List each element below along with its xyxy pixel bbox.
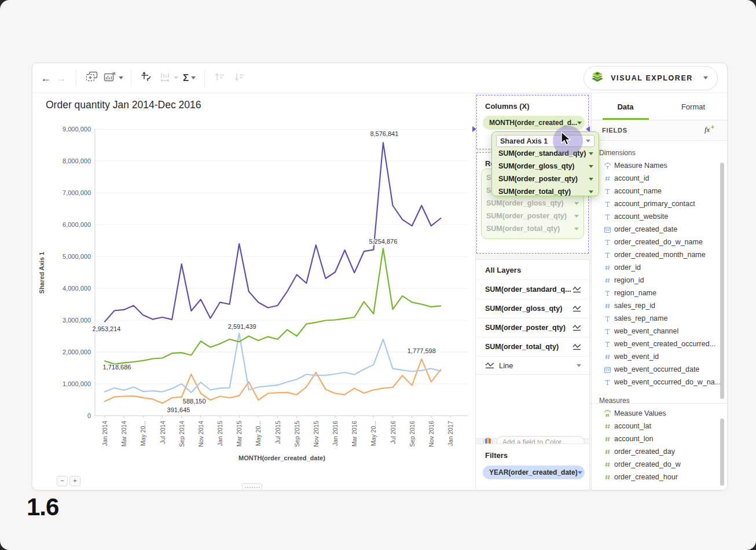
row-field-pill-ghost: SUM(order_poster_qty) xyxy=(486,210,579,222)
tab-format[interactable]: Format xyxy=(659,93,727,120)
field-item[interactable]: account_name xyxy=(592,185,727,197)
swap-axes-icon xyxy=(140,71,153,86)
field-item[interactable]: order_created_day xyxy=(592,445,727,458)
text-icon xyxy=(603,379,611,386)
line-chart: 01,000,0002,000,0003,000,0004,000,0005,0… xyxy=(32,96,475,477)
field-label: web_event_channel xyxy=(614,327,678,335)
overlay-field-pill[interactable]: SUM(order_gloss_qty) xyxy=(496,160,594,173)
resize-handle[interactable] xyxy=(242,483,262,490)
field-item[interactable]: web_event_created_occurred... xyxy=(592,338,727,350)
text-icon xyxy=(603,188,611,195)
field-item[interactable]: region_id xyxy=(592,274,727,287)
svg-text:4,000,000: 4,000,000 xyxy=(63,285,91,292)
columns-field-pill[interactable]: MONTH(order_created_d... xyxy=(483,116,585,130)
field-item[interactable]: order_created_do_w xyxy=(592,458,727,471)
caret-icon xyxy=(589,165,593,168)
svg-text:MONTH(order_created_date): MONTH(order_created_date) xyxy=(238,454,325,461)
field-item[interactable]: sales_rep_id xyxy=(592,299,727,312)
svg-text:5,000,000: 5,000,000 xyxy=(63,253,91,260)
field-item[interactable]: web_event_id xyxy=(592,350,727,363)
svg-text:Nov 2016: Nov 2016 xyxy=(428,421,435,447)
field-label: account_name xyxy=(614,187,662,195)
filters-panel: Filters YEAR(order_created_date) xyxy=(475,443,590,490)
field-item[interactable]: region_name xyxy=(592,287,727,299)
duplicate-chart-button[interactable] xyxy=(84,68,99,88)
remove-chart-button[interactable] xyxy=(104,68,123,88)
sidebar-tabs: Data Format xyxy=(592,93,727,120)
svg-text:2,591,439: 2,591,439 xyxy=(228,323,256,330)
number-green-icon xyxy=(603,435,611,443)
field-item[interactable]: sales_rep_name xyxy=(592,312,727,325)
svg-text:2,000,000: 2,000,000 xyxy=(63,349,91,355)
svg-text:8,576,841: 8,576,841 xyxy=(370,130,398,137)
measures-scrollbar[interactable] xyxy=(720,419,724,486)
aggregate-button[interactable]: Σ xyxy=(182,68,197,88)
svg-text:Nov 2015: Nov 2015 xyxy=(313,421,320,447)
field-item[interactable]: account_lon xyxy=(592,432,727,445)
svg-text:Mar 2015: Mar 2015 xyxy=(236,421,243,447)
field-item[interactable]: account_id xyxy=(592,172,727,185)
tab-data[interactable]: Data xyxy=(592,93,659,120)
layer-row[interactable]: SUM(order_poster_qty) xyxy=(476,318,589,338)
field-item[interactable]: Measure Names xyxy=(592,159,727,172)
add-calculated-field-button[interactable]: fx+ xyxy=(704,124,715,136)
svg-text:2,953,214: 2,953,214 xyxy=(93,325,121,332)
svg-text:Sep 2014: Sep 2014 xyxy=(178,421,185,447)
field-item[interactable]: Measure Values xyxy=(592,407,727,420)
field-item[interactable]: account_lat xyxy=(592,420,727,432)
dimensions-scrollbar[interactable] xyxy=(720,163,724,399)
svg-text:0: 0 xyxy=(87,412,91,419)
caret-icon xyxy=(577,364,581,367)
pill-caret-icon[interactable] xyxy=(578,471,582,474)
svg-text:+: + xyxy=(711,124,714,130)
remove-chart-caret-icon xyxy=(119,76,123,79)
zoom-out-button[interactable]: − xyxy=(57,476,68,486)
layer-row[interactable]: SUM(order_standard_q... xyxy=(476,280,589,299)
overlay-field-pill[interactable]: SUM(order_total_qty) xyxy=(496,185,594,198)
svg-text:8,000,000: 8,000,000 xyxy=(63,157,91,164)
drag-overlay-header[interactable]: Shared Axis 1 xyxy=(496,135,594,147)
series-poster xyxy=(105,359,441,403)
svg-text:3,000,000: 3,000,000 xyxy=(63,317,91,324)
text-icon xyxy=(603,315,611,322)
field-item[interactable]: web_event_occurred_do_w_na... xyxy=(592,376,727,388)
text-icon xyxy=(603,251,611,259)
layer-row[interactable]: SUM(order_total_qty) xyxy=(476,338,589,357)
field-item[interactable]: order_id xyxy=(592,261,727,274)
pill-caret-icon[interactable] xyxy=(577,122,582,124)
field-label: sales_rep_name xyxy=(614,314,667,322)
field-item[interactable]: account_primary_contact xyxy=(592,197,727,210)
toolbar-separator xyxy=(76,69,76,87)
page-label: 1.6 xyxy=(27,493,58,521)
svg-text:May 20...: May 20... xyxy=(140,421,146,446)
field-item[interactable]: order_created_month_name xyxy=(592,248,727,261)
field-item[interactable]: web_event_channel xyxy=(592,325,727,338)
visual-explorer-label: VISUAL EXPLORER xyxy=(611,74,693,82)
field-label: order_id xyxy=(614,263,641,272)
zoom-in-button[interactable]: + xyxy=(69,476,80,486)
svg-text:7,000,000: 7,000,000 xyxy=(63,189,91,196)
line-mark-icon xyxy=(485,362,494,369)
overlay-field-pill[interactable]: SUM(order_poster_qty) xyxy=(496,173,594,185)
field-label: Measure Names xyxy=(614,162,667,170)
svg-text:Jul 2014: Jul 2014 xyxy=(159,421,166,444)
field-item[interactable]: order_created_hour xyxy=(592,471,727,483)
page: ← → xyxy=(0,0,756,550)
back-button[interactable]: ← xyxy=(38,68,53,88)
swap-axes-button[interactable] xyxy=(139,68,154,88)
overlay-field-pill[interactable]: SUM(order_standard_qty) xyxy=(496,147,594,160)
date-icon xyxy=(603,366,611,373)
layer-row[interactable]: SUM(order_gloss_qty) xyxy=(476,299,589,318)
field-item[interactable]: web_event_occurred_date xyxy=(592,363,727,376)
svg-text:1,718,686: 1,718,686 xyxy=(103,364,131,371)
field-label: account_primary_contact xyxy=(614,200,695,208)
caret-icon xyxy=(586,140,590,142)
field-item[interactable]: order_created_do_w_name xyxy=(592,236,727,248)
visual-explorer-menu-button[interactable]: VISUAL EXPLORER xyxy=(583,66,718,90)
mark-type-select[interactable]: Line xyxy=(476,357,589,375)
field-item[interactable]: order_created_date xyxy=(592,223,727,236)
filter-field-pill[interactable]: YEAR(order_created_date) xyxy=(483,465,585,479)
row-field-pill-ghost: SUM(order_total_qty) xyxy=(486,222,579,235)
field-item[interactable]: account_website xyxy=(592,210,727,223)
sort-ascending-icon xyxy=(214,72,226,85)
